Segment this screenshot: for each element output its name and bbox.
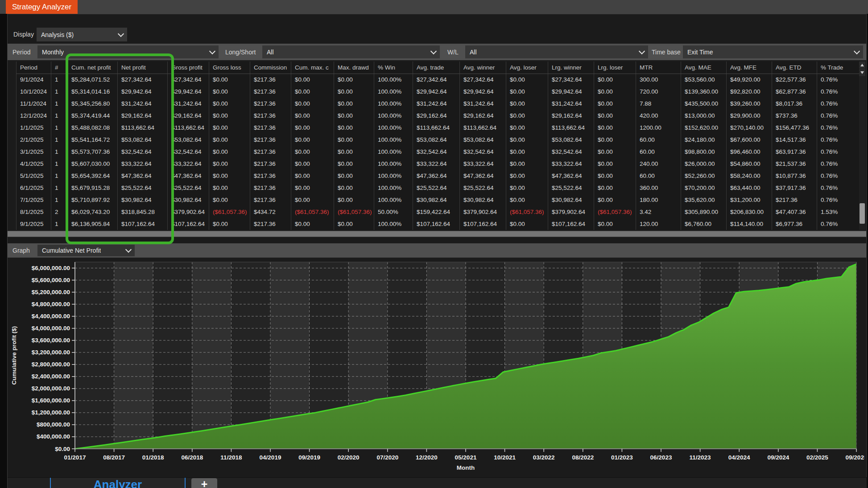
table-cell: 9/1/2025 — [17, 218, 51, 230]
table-row[interactable]: 7/1/20251$5,710,897.92$30,982.64$30,982.… — [17, 194, 860, 206]
table-cell: 100.00% — [374, 74, 413, 86]
table-row[interactable]: 12/1/20241$5,374,419.44$29,162.64$29,162… — [17, 110, 860, 122]
column-header-win[interactable]: % Win — [374, 62, 413, 74]
table-cell: $107,162.64 — [460, 218, 506, 230]
column-header-net-profit[interactable]: Net profit — [118, 62, 168, 74]
column-header-cum-max-c[interactable]: Cum. max. c — [291, 62, 334, 74]
table-cell: $29,942.64 — [118, 86, 168, 98]
long-short-dropdown[interactable]: All — [262, 45, 440, 58]
long-short-filter-label: Long/Short — [225, 49, 256, 56]
column-header-gross-loss[interactable]: Gross loss — [209, 62, 250, 74]
wl-dropdown-value: All — [470, 49, 477, 56]
scrollbar-thumb[interactable] — [860, 203, 865, 224]
display-dropdown[interactable]: Analysis ($) — [37, 28, 127, 41]
table-cell: $67,600.00 — [727, 134, 772, 146]
table-cell: 100.00% — [374, 194, 413, 206]
graph-type-dropdown-value: Cumulative Net Profit — [42, 247, 101, 254]
table-cell: $30,982.64 — [548, 194, 594, 206]
table-cell: 1 — [51, 218, 68, 230]
time-base-filter-label: Time base — [652, 49, 681, 56]
strategy-analyzer-tab[interactable]: Strategy Analyzer — [6, 0, 78, 14]
table-cell: $217.36 — [250, 194, 291, 206]
table-row[interactable]: 4/1/20251$5,607,030.00$33,322.64$33,322.… — [17, 158, 860, 170]
bottom-tab-strip: Analyzer + — [8, 477, 867, 488]
column-header-lrg-loser[interactable]: Lrg. loser — [594, 62, 636, 74]
column-header-avg-loser[interactable]: Avg. loser — [506, 62, 548, 74]
table-row[interactable]: 9/1/20241$5,284,071.52$27,342.64$27,342.… — [17, 74, 860, 86]
table-cell: $0.00 — [291, 98, 334, 110]
column-header-period[interactable]: Period — [17, 62, 51, 74]
time-base-dropdown[interactable]: Exit Time — [683, 45, 863, 58]
column-header-avg-etd[interactable]: Avg. ETD — [772, 62, 817, 74]
table-cell: $0.00 — [209, 146, 250, 158]
table-cell: $113,662.64 — [118, 122, 168, 134]
table-cell: $47,362.64 — [168, 170, 209, 182]
column-header-commission[interactable]: Commission — [250, 62, 291, 74]
table-row[interactable]: 11/1/20241$5,345,256.80$31,242.64$31,242… — [17, 98, 860, 110]
table-vertical-scrollbar[interactable] — [859, 62, 865, 230]
column-header-max-drawd[interactable]: Max. drawd — [334, 62, 374, 74]
column-header-gross-profit[interactable]: Gross profit — [168, 62, 209, 74]
table-cell: $32,542.64 — [118, 146, 168, 158]
column-header-avg-mfe[interactable]: Avg. MFE — [727, 62, 772, 74]
table-row[interactable]: 9/1/20251$6,136,905.84$107,162.64$107,16… — [17, 218, 860, 230]
table-cell: 1 — [51, 170, 68, 182]
table-cell: $30,982.64 — [168, 194, 209, 206]
strategy-analyzer-window: Strategy Analyzer Display Analysis ($) P… — [0, 0, 868, 488]
period-dropdown[interactable]: Monthly — [37, 45, 219, 58]
table-cell: $0.00 — [506, 122, 548, 134]
column-header-avg-mae[interactable]: Avg. MAE — [681, 62, 727, 74]
svg-text:$800,000.00: $800,000.00 — [37, 421, 70, 428]
scroll-up-icon[interactable] — [859, 62, 865, 69]
table-cell: $22,577.36 — [772, 74, 817, 86]
column-header-lrg-winner[interactable]: Lrg. winner — [548, 62, 594, 74]
table-cell: $33,322.64 — [118, 158, 168, 170]
svg-text:$2,400,000.00: $2,400,000.00 — [32, 373, 70, 380]
table-cell: $6,029,743.20 — [68, 206, 118, 218]
table-cell: $5,345,256.80 — [68, 98, 118, 110]
column-header-mtr[interactable]: MTR — [636, 62, 681, 74]
table-cell: $47,362.64 — [413, 170, 460, 182]
column-header-avg-trade[interactable]: Avg. trade — [413, 62, 460, 74]
table-cell: $0.00 — [594, 110, 636, 122]
table-cell: $0.00 — [506, 146, 548, 158]
table-cell: $32,542.64 — [460, 146, 506, 158]
chevron-down-icon — [209, 48, 215, 54]
column-header-trade[interactable]: % Trade — [817, 62, 860, 74]
table-cell: $53,560.00 — [681, 74, 727, 86]
scroll-down-icon[interactable] — [859, 69, 865, 76]
graph-type-dropdown[interactable]: Cumulative Net Profit — [37, 245, 135, 256]
table-cell: $152,620.00 — [681, 122, 727, 134]
tab-analyzer[interactable]: Analyzer — [50, 478, 186, 488]
table-cell: $217.36 — [250, 110, 291, 122]
chevron-down-icon — [430, 48, 437, 54]
table-cell: $5,607,030.00 — [68, 158, 118, 170]
table-row[interactable]: 2/1/20251$5,541,164.72$53,082.64$53,082.… — [17, 134, 860, 146]
table-cell: ($61,057.36) — [506, 206, 548, 218]
table-row[interactable]: 6/1/20251$5,679,915.28$25,522.64$25,522.… — [17, 182, 860, 194]
add-tab-button[interactable]: + — [191, 478, 217, 488]
table-row[interactable]: 10/1/20241$5,314,014.16$29,942.64$29,942… — [17, 86, 860, 98]
table-cell: 100.00% — [374, 134, 413, 146]
column-header-avg-winner[interactable]: Avg. winner — [460, 62, 506, 74]
svg-text:$3,200,000.00: $3,200,000.00 — [32, 349, 70, 356]
table-cell: $29,942.64 — [460, 86, 506, 98]
table-row[interactable]: 1/1/20251$5,488,082.08$113,662.64$113,66… — [17, 122, 860, 134]
table-cell: $113,662.64 — [168, 122, 209, 134]
svg-text:03/2022: 03/2022 — [533, 454, 555, 461]
table-cell: 11/1/2024 — [17, 98, 51, 110]
column-header-[interactable]: # — [51, 62, 68, 74]
table-cell: 1/1/2025 — [17, 122, 51, 134]
splitter[interactable] — [8, 231, 866, 237]
table-cell: $52,260.00 — [681, 170, 727, 182]
table-row[interactable]: 5/1/20251$5,654,392.64$47,362.64$47,362.… — [17, 170, 860, 182]
table-row[interactable]: 8/1/20252$6,029,743.20$318,845.28$379,90… — [17, 206, 860, 218]
table-row[interactable]: 3/1/20251$5,573,707.36$32,542.64$32,542.… — [17, 146, 860, 158]
wl-dropdown[interactable]: All — [465, 45, 648, 58]
table-cell: 1 — [51, 182, 68, 194]
table-cell: 7/1/2025 — [17, 194, 51, 206]
table-cell: $0.00 — [209, 134, 250, 146]
column-header-cum-net-profit[interactable]: Cum. net profit — [68, 62, 118, 74]
svg-text:07/2020: 07/2020 — [376, 454, 398, 461]
svg-text:11/2018: 11/2018 — [220, 454, 242, 461]
